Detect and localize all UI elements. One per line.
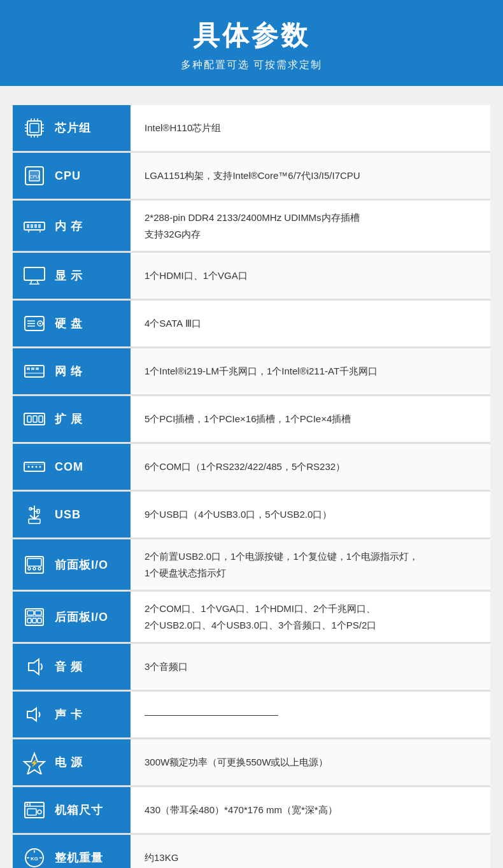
value-cell-network: 1个Intel®i219-LM千兆网口，1个Intel®i211-AT千兆网口 (131, 348, 490, 395)
table-row-usb: USB 9个USB口（4个USB3.0口，5个USB2.0口） (13, 491, 490, 539)
label-text-soundcard: 声 卡 (55, 707, 83, 722)
svg-rect-25 (24, 267, 45, 280)
svg-rect-64 (35, 611, 41, 615)
svg-rect-57 (27, 559, 41, 566)
svg-point-31 (39, 323, 41, 325)
label-cell-memory: 内 存 (13, 200, 131, 252)
label-text-rear-io: 后面板I/O (55, 609, 108, 625)
label-cell-power: ⚡ 电 源 (13, 739, 131, 786)
label-text-expansion: 扩 展 (55, 411, 83, 427)
label-cell-rear-io: 后面板I/O (13, 591, 131, 643)
svg-rect-37 (31, 367, 34, 370)
label-cell-com: COM (13, 443, 131, 491)
svg-rect-42 (33, 416, 37, 422)
svg-marker-68 (29, 659, 39, 674)
label-cell-cpu: CPU CPU (13, 152, 131, 200)
svg-rect-66 (32, 618, 36, 623)
svg-point-45 (28, 466, 30, 468)
label-cell-soundcard: 声 卡 (13, 691, 131, 739)
icon-hdd (20, 309, 48, 338)
icon-weight: KG (20, 844, 48, 868)
page-title: 具体参数 (13, 18, 490, 53)
svg-point-47 (36, 466, 38, 468)
icon-com (20, 453, 48, 481)
label-cell-expansion: 扩 展 (13, 395, 131, 443)
svg-text:⚡: ⚡ (30, 758, 39, 767)
svg-point-46 (32, 466, 34, 468)
label-cell-front-io: 前面板I/O (13, 539, 131, 591)
label-text-audio: 音 频 (55, 659, 83, 674)
svg-rect-22 (38, 224, 41, 228)
table-row-weight: KG 整机重量 约13KG (13, 834, 490, 869)
page-subtitle: 多种配置可选 可按需求定制 (13, 59, 490, 72)
svg-point-77 (38, 810, 41, 814)
label-text-front-io: 前面板I/O (55, 557, 108, 573)
icon-memory (20, 212, 48, 240)
svg-rect-63 (27, 611, 34, 615)
table-row-chassis: 机箱尺寸 430（带耳朵480）*470*176 mm（宽*深*高） (13, 786, 490, 834)
svg-point-48 (39, 466, 41, 468)
table-row-com: COM 6个COM口（1个RS232/422/485，5个RS232） (13, 443, 490, 491)
label-cell-hdd: 硬 盘 (13, 300, 131, 348)
icon-rear-io (20, 603, 48, 631)
table-row-rear-io: 后面板I/O 2个COM口、1个VGA口、1个HDMI口、2个千兆网口、2个US… (13, 591, 490, 643)
value-cell-power: 300W额定功率（可更换550W或以上电源） (131, 739, 490, 786)
label-cell-weight: KG 整机重量 (13, 834, 131, 869)
svg-rect-56 (25, 557, 43, 573)
specs-table: 芯片组 Intel®H110芯片组 CPU CPU LGA1151构架，支持In… (13, 105, 490, 868)
svg-rect-20 (31, 224, 33, 228)
label-text-chipset: 芯片组 (55, 120, 91, 136)
icon-soundcard (20, 701, 48, 729)
icon-network (20, 357, 48, 385)
table-row-chipset: 芯片组 Intel®H110芯片组 (13, 105, 490, 152)
label-text-network: 网 络 (55, 364, 83, 379)
value-cell-soundcard: —————————————— (131, 691, 490, 739)
table-row-front-io: 前面板I/O 2个前置USB2.0口，1个电源按键，1个复位键，1个电源指示灯，… (13, 539, 490, 591)
value-cell-display: 1个HDMI口、1个VGA口 (131, 252, 490, 300)
table-row-audio: 音 频 3个音频口 (13, 643, 490, 691)
value-cell-audio: 3个音频口 (131, 643, 490, 691)
svg-rect-44 (24, 462, 45, 471)
label-text-cpu: CPU (55, 169, 81, 183)
svg-rect-35 (25, 366, 44, 377)
label-cell-chassis: 机箱尺寸 (13, 786, 131, 834)
label-cell-audio: 音 频 (13, 643, 131, 691)
label-text-display: 显 示 (55, 268, 83, 283)
value-cell-rear-io: 2个COM口、1个VGA口、1个HDMI口、2个千兆网口、2个USB2.0口、4… (131, 591, 490, 643)
label-text-hdd: 硬 盘 (55, 316, 83, 331)
svg-rect-38 (36, 367, 39, 370)
svg-text:CPU: CPU (30, 174, 39, 179)
label-text-power: 电 源 (55, 755, 83, 770)
label-text-weight: 整机重量 (55, 850, 103, 865)
svg-rect-1 (30, 124, 39, 132)
table-row-hdd: 硬 盘 4个SATA Ⅲ口 (13, 300, 490, 348)
svg-point-59 (33, 567, 36, 570)
icon-chassis (20, 796, 48, 824)
table-row-cpu: CPU CPU LGA1151构架，支持Intel®Core™6/7代I3/I5… (13, 152, 490, 200)
icon-chipset (20, 114, 48, 142)
svg-marker-69 (27, 708, 36, 721)
value-cell-cpu: LGA1151构架，支持Intel®Core™6/7代I3/I5/I7CPU (131, 152, 490, 200)
table-row-network: 网 络 1个Intel®i219-LM千兆网口，1个Intel®i211-AT千… (13, 348, 490, 395)
icon-audio (20, 653, 48, 681)
svg-rect-19 (27, 224, 29, 228)
value-cell-memory: 2*288-pin DDR4 2133/2400MHz UDIMMs内存插槽支持… (131, 200, 490, 252)
label-text-usb: USB (55, 508, 81, 522)
icon-display (20, 262, 48, 290)
value-cell-chassis: 430（带耳朵480）*470*176 mm（宽*深*高） (131, 786, 490, 834)
svg-rect-41 (27, 416, 31, 422)
value-cell-hdd: 4个SATA Ⅲ口 (131, 300, 490, 348)
svg-rect-21 (34, 224, 37, 228)
svg-point-75 (27, 804, 29, 806)
table-row-power: ⚡ 电 源 300W额定功率（可更换550W或以上电源） (13, 739, 490, 786)
icon-usb (20, 501, 48, 529)
table-row-display: 显 示 1个HDMI口、1个VGA口 (13, 252, 490, 300)
page-header: 具体参数 多种配置可选 可按需求定制 (0, 0, 503, 86)
label-cell-usb: USB (13, 491, 131, 539)
svg-point-60 (38, 567, 41, 570)
value-cell-front-io: 2个前置USB2.0口，1个电源按键，1个复位键，1个电源指示灯，1个硬盘状态指… (131, 539, 490, 591)
value-cell-weight: 约13KG (131, 834, 490, 869)
table-row-memory: 内 存 2*288-pin DDR4 2133/2400MHz UDIMMs内存… (13, 200, 490, 252)
label-cell-chipset: 芯片组 (13, 105, 131, 152)
svg-rect-65 (27, 618, 31, 623)
